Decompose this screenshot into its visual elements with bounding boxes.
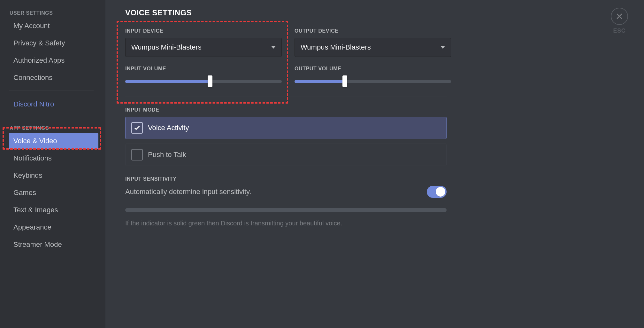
close-icon <box>615 12 624 20</box>
input-device-label: Input Device <box>125 28 282 34</box>
input-mode-label: Input Mode <box>125 107 631 113</box>
page-title: Voice Settings <box>125 8 631 17</box>
output-device-label: Output Device <box>295 28 451 34</box>
output-device-value: Wumpus Mini-Blasters <box>301 43 371 51</box>
input-volume-label: Input Volume <box>125 66 282 72</box>
input-column: Input Device Wumpus Mini-Blasters Input … <box>125 28 282 87</box>
checkbox-icon <box>131 122 143 134</box>
input-mode-push-to-talk[interactable]: Push to Talk <box>125 144 447 166</box>
sidebar-item-keybinds[interactable]: Keybinds <box>9 168 98 184</box>
input-sensitivity-desc: Automatically determine input sensitivit… <box>125 188 251 196</box>
sidebar-item-streamer-mode[interactable]: Streamer Mode <box>9 237 98 253</box>
sidebar-section-app: App Settings <box>9 123 102 133</box>
esc-label: ESC <box>613 27 626 34</box>
sidebar-item-authorized-apps[interactable]: Authorized Apps <box>9 52 98 68</box>
input-volume-slider[interactable] <box>125 75 282 87</box>
sidebar-item-text-images[interactable]: Text & Images <box>9 202 98 218</box>
sidebar-item-connections[interactable]: Connections <box>9 70 98 86</box>
sidebar-section-user: User Settings <box>9 8 102 18</box>
chevron-down-icon <box>441 46 445 49</box>
output-column: Output Device Wumpus Mini-Blasters Outpu… <box>295 28 451 87</box>
checkbox-empty-icon <box>131 149 143 160</box>
output-volume-slider[interactable] <box>295 75 451 87</box>
slider-thumb[interactable] <box>342 75 347 87</box>
sidebar-item-privacy-safety[interactable]: Privacy & Safety <box>9 35 98 51</box>
sidebar-item-discord-nitro[interactable]: Discord Nitro <box>9 96 98 112</box>
sidebar-item-games[interactable]: Games <box>9 185 98 201</box>
input-device-value: Wumpus Mini-Blasters <box>131 43 202 51</box>
slider-thumb[interactable] <box>208 75 212 87</box>
input-sensitivity-label: Input Sensitivity <box>125 176 631 182</box>
sidebar-item-voice-video[interactable]: Voice & Video <box>9 133 98 149</box>
sidebar-item-my-account[interactable]: My Account <box>9 18 98 34</box>
output-device-select[interactable]: Wumpus Mini-Blasters <box>295 38 451 57</box>
input-device-select[interactable]: Wumpus Mini-Blasters <box>125 38 282 57</box>
push-to-talk-label: Push to Talk <box>148 151 186 159</box>
slider-fill <box>125 80 210 83</box>
sidebar-divider <box>9 90 94 90</box>
settings-content: Voice Settings Input Device Wumpus Mini-… <box>105 0 644 328</box>
sidebar-divider <box>9 117 94 117</box>
content-divider <box>125 97 447 97</box>
voice-activity-label: Voice Activity <box>148 124 189 132</box>
slider-fill <box>295 80 345 83</box>
sidebar-item-appearance[interactable]: Appearance <box>9 219 98 235</box>
sensitivity-helper-text: If the indicator is solid green then Dis… <box>125 220 631 227</box>
toggle-knob <box>436 187 445 197</box>
sidebar-item-notifications[interactable]: Notifications <box>9 150 98 166</box>
output-volume-label: Output Volume <box>295 66 451 72</box>
close-button[interactable] <box>611 8 628 25</box>
auto-sensitivity-toggle[interactable] <box>427 186 447 198</box>
input-mode-voice-activity[interactable]: Voice Activity <box>125 117 447 139</box>
sensitivity-indicator <box>125 208 447 212</box>
settings-sidebar: User Settings My Account Privacy & Safet… <box>0 0 105 328</box>
chevron-down-icon <box>271 46 276 49</box>
